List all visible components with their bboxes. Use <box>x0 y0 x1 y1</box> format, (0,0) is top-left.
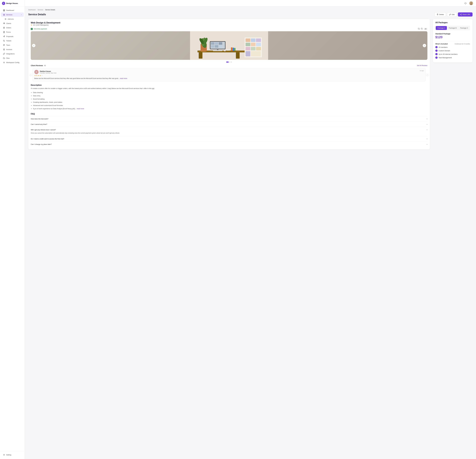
faq-chevron-4-icon: ▾ <box>427 138 427 140</box>
sidebar-item-services-label: Services <box>6 14 12 16</box>
svg-rect-2 <box>3 10 4 11</box>
svg-rect-59 <box>227 50 230 50</box>
faq-item-3[interactable]: Will I get any refund once I cancel? ▾ O… <box>31 127 427 136</box>
link-icon <box>3 53 5 55</box>
svg-rect-21 <box>199 52 203 59</box>
star-3-icon: ★ <box>38 75 39 76</box>
star-1-icon: ★ <box>34 75 36 76</box>
star-half-icon: ★ <box>40 75 41 76</box>
share-url-button[interactable]: Share URL <box>458 12 473 17</box>
topbar-right <box>464 1 473 5</box>
sidebar-item-files[interactable]: Files <box>1 56 24 60</box>
svg-point-12 <box>4 455 4 455</box>
content-area: Dashboard › Services › Service Details S… <box>25 7 476 459</box>
sidebar-item-forms[interactable]: Forms <box>1 30 24 34</box>
description-read-more[interactable]: read more <box>77 108 84 110</box>
reviewer-name: Rakibul Hasan <box>40 70 56 72</box>
sidebar-item-tickets[interactable]: Tickets <box>1 39 24 43</box>
review-next-button[interactable]: › <box>426 73 429 76</box>
svg-rect-55 <box>231 47 232 51</box>
feature-item-3: ✓ Up to 30 internal members <box>435 53 470 55</box>
users-icon <box>3 22 5 24</box>
see-all-reviews-link[interactable]: Sell All Reviews <box>417 65 427 66</box>
review-prev-button[interactable]: ‹ <box>29 73 32 76</box>
app-name: Design House. <box>6 2 18 4</box>
grid-icon <box>3 9 5 11</box>
list-item: Advanced and customized Excel formulas <box>33 104 427 107</box>
faq-item-1[interactable]: How does the trial work? ▾ <box>31 116 427 122</box>
copy-icon[interactable] <box>421 28 423 30</box>
package-tab-a[interactable]: Package A <box>436 26 447 30</box>
sidebar-item-invoices[interactable]: Invoices <box>1 47 24 52</box>
delete-button[interactable]: Delete <box>435 12 446 17</box>
sidebar-item-proposals-label: Proposals <box>6 35 13 37</box>
page-header: Service Details Delete Edit Share URL <box>28 12 473 17</box>
edit-button[interactable]: Edit <box>447 12 457 17</box>
sidebar-item-dashboard[interactable]: Dashboard <box>1 8 24 12</box>
package-tab-b[interactable]: Package B <box>447 26 458 30</box>
reviewer-info: R Rakibul Hasan Founder, Gochal, New Yor… <box>34 70 56 74</box>
notification-icon[interactable] <box>464 1 467 5</box>
service-title: Web Design & Development <box>31 21 427 24</box>
sidebar-item-addons[interactable]: Add-ons <box>1 17 24 21</box>
reviews-count-badge: 6 <box>44 65 46 66</box>
breadcrumb-services[interactable]: Services <box>38 9 43 11</box>
carousel-image <box>31 31 427 60</box>
main-area: Dashboard › Services › Service Details S… <box>25 0 476 459</box>
svg-point-5 <box>3 23 4 23</box>
svg-rect-30 <box>211 45 214 48</box>
image-carousel: ‹ › <box>31 31 427 60</box>
carousel-dots <box>31 62 427 62</box>
breadcrumb-dashboard[interactable]: Dashboard <box>28 9 35 11</box>
sidebar-item-clients[interactable]: Clients <box>1 21 24 26</box>
faq-item-2[interactable]: Can I cancel any time? ▾ <box>31 122 427 127</box>
feature-label-1: 15 members <box>439 46 448 48</box>
eye-off-icon[interactable] <box>418 28 420 30</box>
svg-rect-3 <box>4 10 5 11</box>
sidebar-item-workspace-config[interactable]: Workspace Config <box>1 60 24 64</box>
sidebar-item-services[interactable]: Services ▾ <box>1 13 24 17</box>
faq-item-4[interactable]: Do I need a credit card to access the fr… <box>31 136 427 141</box>
trash-icon <box>437 14 438 15</box>
sidebar-item-addons-label: Add-ons <box>8 18 14 20</box>
svg-point-10 <box>4 44 5 45</box>
list-item: Creating dashboards, charts, pivot table… <box>33 101 427 104</box>
carousel-dot-1[interactable] <box>226 62 229 62</box>
page-title: Service Details <box>28 13 46 16</box>
carousel-next-button[interactable]: › <box>423 44 426 47</box>
review-read-more[interactable]: read more <box>120 78 127 79</box>
receipt-icon <box>3 48 5 50</box>
sidebar-item-setting[interactable]: Setting <box>1 453 24 457</box>
includes-header: What's Included Continues for 5 months <box>435 43 470 45</box>
sidebar-item-integrations[interactable]: Integrations <box>1 52 24 56</box>
package-name: Standard Package <box>435 33 470 35</box>
sidebar-item-team[interactable]: Team <box>1 43 24 47</box>
chevron-down-icon: ▾ <box>21 14 22 15</box>
sidebar-item-integrations-label: Integrations <box>6 53 15 55</box>
payment-dot-icon: $ <box>31 28 33 30</box>
user-avatar[interactable] <box>469 1 473 5</box>
faq-chevron-1-icon: ▾ <box>427 118 427 120</box>
people-icon <box>3 44 5 46</box>
faq-item-5[interactable]: Can I change my plans later? ▾ <box>31 141 427 147</box>
faq-question-4: Do I need a credit card to access the fr… <box>31 138 64 140</box>
svg-rect-50 <box>246 47 250 50</box>
sidebar-item-proposals[interactable]: Proposals <box>1 34 24 38</box>
rating-value: 4.0 <box>33 24 35 26</box>
check-1-icon: ✓ <box>435 46 438 48</box>
payment-label: $ One time payment <box>31 28 47 30</box>
svg-point-15 <box>461 14 462 14</box>
faq-chevron-2-icon: ▾ <box>427 124 427 125</box>
package-tab-c[interactable]: Package C <box>459 26 470 30</box>
sidebar-item-clients-label: Clients <box>6 22 11 24</box>
svg-point-33 <box>217 49 218 50</box>
sidebar-item-orders[interactable]: Orders <box>1 26 24 30</box>
logo-area[interactable]: G Design House. <box>0 0 25 7</box>
reviews-header: Client Reviews 6 Sell All Reviews <box>31 64 427 67</box>
carousel-prev-button[interactable]: ‹ <box>32 44 35 47</box>
review-card: R Rakibul Hasan Founder, Gochal, New Yor… <box>33 68 426 81</box>
carousel-dot-3[interactable] <box>231 62 232 62</box>
carousel-dot-2[interactable] <box>229 62 230 62</box>
svg-point-9 <box>3 44 4 45</box>
sidebar-item-files-label: Files <box>6 57 9 59</box>
